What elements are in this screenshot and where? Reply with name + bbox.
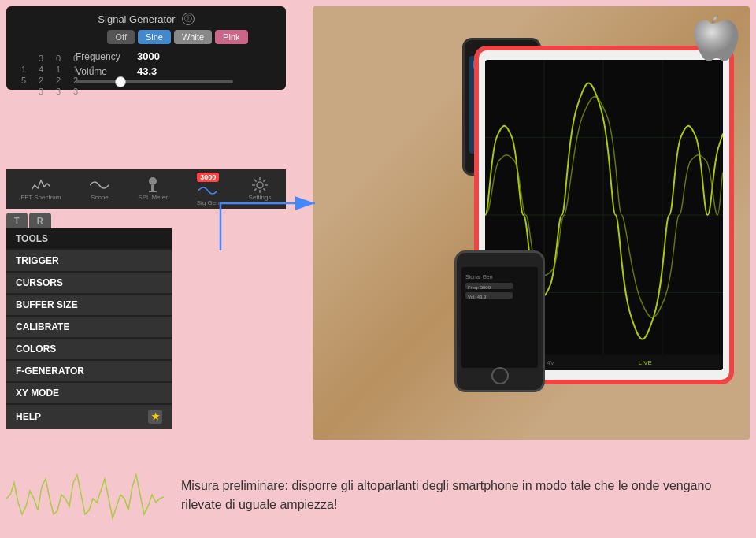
scope-icon bbox=[90, 178, 109, 192]
photo-background: Scope bbox=[313, 6, 750, 440]
sg-number-grid: 3 0 0 0 1 4 1 1 1 5 2 2 2 3 3 3 bbox=[16, 54, 101, 96]
sg-buttons: Off Sine White Pink bbox=[76, 30, 280, 44]
f-generator-label: F-GENERATOR bbox=[16, 365, 84, 377]
menu-item-xy-mode[interactable]: XY MODE bbox=[6, 383, 172, 403]
apple-logo bbox=[685, 6, 748, 69]
sg-volume-row: Volume 43.3 bbox=[76, 65, 280, 77]
mini-waveform bbox=[6, 467, 164, 530]
sg-slider-thumb[interactable] bbox=[115, 76, 126, 87]
toolbar-spl-label: SPL Meter bbox=[138, 194, 168, 201]
sg-params: Frequency 3000 Volume 43.3 bbox=[76, 50, 280, 77]
menu-item-f-generator[interactable]: F-GENERATOR bbox=[6, 361, 172, 381]
tools-sidebar: T R TOOLS TRIGGER CURSORS BUFFER SIZE CA… bbox=[6, 213, 172, 430]
connector-arrow bbox=[213, 187, 331, 262]
menu-item-help[interactable]: HELP ★ bbox=[6, 405, 172, 429]
menu-item-tools: TOOLS bbox=[6, 228, 172, 249]
svg-rect-2 bbox=[149, 191, 157, 192]
menu-item-cursors[interactable]: CURSORS bbox=[6, 273, 172, 293]
sg-info-icon[interactable]: ⓘ bbox=[182, 13, 195, 25]
phone2-home-button bbox=[491, 367, 509, 384]
toolbar-item-spl[interactable]: SPL Meter bbox=[138, 178, 168, 201]
fft-icon bbox=[32, 178, 50, 192]
tools-tab-row: T R bbox=[6, 213, 172, 228]
sg-volume-value: 43.3 bbox=[137, 65, 157, 77]
toolbar-item-scope[interactable]: Scope bbox=[90, 178, 109, 201]
description-content: Misura preliminare: disporre gli altopar… bbox=[181, 479, 711, 511]
svg-text:Signal Gen: Signal Gen bbox=[465, 274, 493, 280]
sg-sine-button[interactable]: Sine bbox=[138, 30, 171, 44]
toolbar-item-fft[interactable]: FFT Spectrum bbox=[20, 178, 61, 201]
svg-rect-1 bbox=[151, 185, 154, 191]
svg-text:Freq: 3000: Freq: 3000 bbox=[468, 285, 491, 290]
sg-frequency-value: 3000 bbox=[137, 50, 160, 62]
tools-menu: TOOLS TRIGGER CURSORS BUFFER SIZE CALIBR… bbox=[6, 228, 172, 429]
phone2-screen: Signal Gen Freq: 3000 Vol: 43.3 bbox=[461, 267, 538, 368]
siggen-badge: 3000 bbox=[197, 173, 219, 182]
tab-r[interactable]: R bbox=[29, 213, 51, 228]
tab-t[interactable]: T bbox=[6, 213, 28, 228]
sg-pink-button[interactable]: Pink bbox=[215, 30, 247, 44]
description-text: Misura preliminare: disporre gli altopar… bbox=[181, 477, 748, 514]
sg-header: Signal Generator ⓘ bbox=[13, 13, 280, 25]
menu-item-buffer-size[interactable]: BUFFER SIZE bbox=[6, 295, 172, 315]
xy-mode-label: XY MODE bbox=[16, 388, 59, 399]
buffer-size-label: BUFFER SIZE bbox=[16, 299, 78, 310]
sg-white-button[interactable]: White bbox=[174, 30, 212, 44]
toolbar-fft-label: FFT Spectrum bbox=[20, 194, 61, 201]
sg-slider-container[interactable] bbox=[76, 80, 280, 83]
help-label: HELP bbox=[16, 411, 41, 422]
toolbar-scope-label: Scope bbox=[91, 194, 109, 201]
phone2: Signal Gen Freq: 3000 Vol: 43.3 bbox=[454, 250, 545, 392]
photo-area: Scope bbox=[313, 6, 750, 440]
menu-item-calibrate[interactable]: CALIBRATE bbox=[6, 317, 172, 337]
help-star-icon[interactable]: ★ bbox=[148, 410, 162, 424]
trigger-label: TRIGGER bbox=[16, 255, 59, 266]
signal-generator-panel: Signal Generator ⓘ Off Sine White Pink F… bbox=[6, 6, 286, 90]
menu-item-trigger[interactable]: TRIGGER bbox=[6, 250, 172, 271]
sg-title: Signal Generator bbox=[98, 13, 175, 25]
colors-label: COLORS bbox=[16, 343, 56, 354]
sg-off-button[interactable]: Off bbox=[107, 30, 134, 44]
cursors-label: CURSORS bbox=[16, 277, 63, 288]
spl-icon bbox=[143, 178, 162, 192]
svg-point-0 bbox=[149, 177, 157, 185]
tools-label: TOOLS bbox=[16, 233, 48, 244]
svg-text:Vol: 43.3: Vol: 43.3 bbox=[468, 295, 487, 299]
svg-text:LIVE: LIVE bbox=[639, 359, 652, 366]
calibrate-label: CALIBRATE bbox=[16, 321, 69, 332]
menu-item-colors[interactable]: COLORS bbox=[6, 339, 172, 359]
sg-frequency-row: Frequency 3000 bbox=[76, 50, 280, 62]
svg-rect-19 bbox=[461, 267, 538, 368]
